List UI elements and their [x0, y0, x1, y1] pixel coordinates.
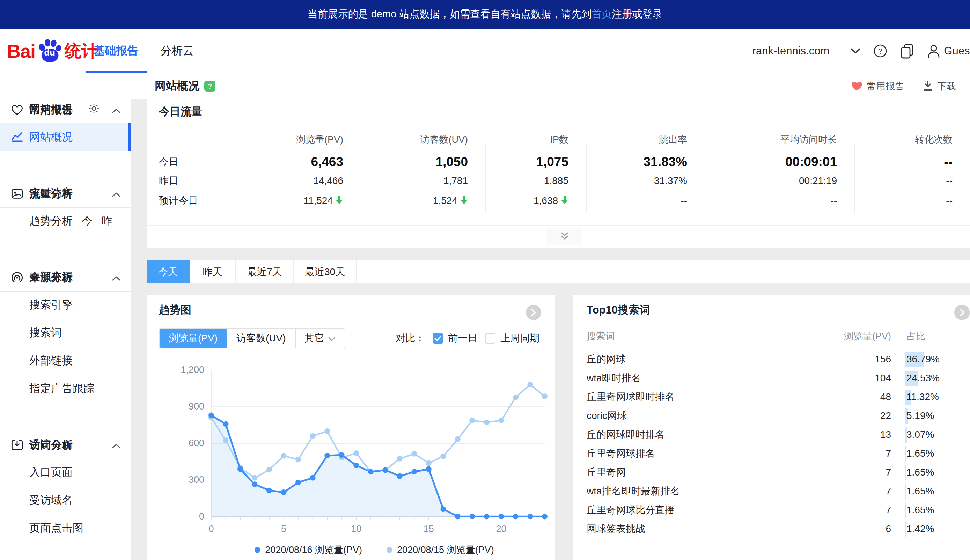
traffic-col-header-3: 跳出率: [586, 133, 705, 146]
sidebar-item-shortcut-1[interactable]: 昨: [102, 214, 112, 228]
share-value: 3.07%: [907, 429, 934, 440]
traffic-value: --: [586, 195, 705, 206]
traffic-value: 31.83%: [586, 155, 705, 169]
sidebar-item-3-1[interactable]: 入口页面: [0, 458, 131, 486]
trend-more-button[interactable]: [526, 305, 541, 320]
compare-option-1[interactable]: 上周同期: [485, 332, 540, 345]
top-search-row-6[interactable]: 丘里奇网71.65%: [573, 463, 970, 482]
x-axis-tick: 15: [423, 524, 434, 535]
metric-tab-2[interactable]: 其它: [296, 329, 345, 348]
traffic-value: --: [705, 195, 855, 206]
sidebar-item-3-3[interactable]: 页面点击图: [0, 514, 131, 542]
sidebar-item-3-0[interactable]: 受访页面: [0, 430, 131, 458]
down-arrow-icon: [333, 195, 343, 206]
demo-banner-text: 当前展示的是 demo 站点数据，如需查看自有站点数据，请先到: [308, 7, 592, 21]
top-search-row-9[interactable]: 网球签表挑战61.42%: [573, 520, 970, 538]
compare-option-0[interactable]: 前一日: [433, 332, 477, 345]
pv-value: 13: [831, 429, 891, 440]
keyword: 丘里奇网: [587, 466, 626, 479]
traffic-value: 14,466: [233, 175, 361, 187]
traffic-value: --: [855, 155, 970, 169]
collapse-button[interactable]: [547, 228, 582, 245]
range-tab-1[interactable]: 昨天: [190, 260, 236, 283]
traffic-row-2: 预计今日11,5241,5241,638------: [147, 192, 970, 210]
trend-card-title: 趋势图: [159, 303, 192, 317]
sidebar-item-1-0[interactable]: 实时访客: [0, 179, 131, 207]
share-value: 11.32%: [907, 392, 939, 403]
sidebar-item-shortcut-0[interactable]: 今: [82, 214, 93, 228]
top-search-row-5[interactable]: 丘里奇网球排名71.65%: [573, 444, 970, 463]
keyword: coric网球: [587, 409, 627, 422]
top-search-row-8[interactable]: 丘里奇网球比分直播71.65%: [573, 501, 970, 520]
top-search-row-2[interactable]: 丘里奇网球即时排名4811.32%: [573, 388, 970, 407]
metric-tab-1[interactable]: 访客数(UV): [227, 329, 296, 348]
range-tab-2[interactable]: 最近7天: [236, 260, 294, 283]
keyword: 丘里奇网球比分直播: [587, 503, 675, 517]
sidebar-item-2-2[interactable]: 搜索词: [0, 319, 131, 347]
legend-item-1[interactable]: 2020/08/15 浏览量(PV): [387, 543, 494, 556]
pv-value: 7: [831, 467, 891, 478]
sidebar-item-3-2[interactable]: 受访域名: [0, 486, 131, 514]
homepage-link[interactable]: 首页: [592, 7, 612, 21]
sidebar-item-0-0[interactable]: 网站概况: [0, 95, 131, 123]
logo-du: du: [44, 47, 55, 58]
sidebar-item-2-1[interactable]: 搜索引擎: [0, 291, 131, 319]
top-search-row-3[interactable]: coric网球225.19%: [573, 407, 970, 425]
nav-tab-0[interactable]: 基础报告: [85, 28, 147, 73]
site-picker[interactable]: rank-tennis.com: [752, 45, 861, 57]
top-search-row-7[interactable]: wta排名即时最新排名71.65%: [573, 482, 970, 501]
current-site: rank-tennis.com: [752, 45, 830, 57]
copy-icon[interactable]: [900, 43, 915, 58]
chart-legend: 2020/08/16 浏览量(PV)2020/08/15 浏览量(PV): [147, 543, 555, 556]
range-tab-3[interactable]: 最近30天: [294, 260, 357, 283]
top-search-row-0[interactable]: 丘的网球15636.79%: [573, 350, 970, 369]
sidebar-item-label: 搜索词: [29, 325, 62, 340]
user-menu[interactable]: Guest: [927, 44, 970, 58]
download-label: 下载: [937, 80, 956, 93]
sidebar-item-label: 实时访客: [29, 186, 73, 200]
pv-value: 6: [831, 523, 891, 535]
traffic-value: 1,050: [361, 155, 485, 169]
x-axis-tick: 20: [496, 524, 506, 535]
traffic-col-header-1: 访客数(UV): [361, 133, 485, 146]
legend-item-0[interactable]: 2020/08/16 浏览量(PV): [255, 543, 362, 556]
double-chevron-down-icon: [559, 231, 570, 242]
help-icon[interactable]: ?: [873, 44, 887, 58]
compare-label: 对比：: [396, 332, 425, 345]
checkbox-icon[interactable]: [433, 333, 443, 343]
metric-tab-0[interactable]: 浏览量(PV): [160, 329, 227, 348]
sidebar-divider: [0, 550, 131, 551]
sidebar-item-2-3[interactable]: 外部链接: [0, 347, 131, 375]
favorite-report-button[interactable]: 常用报告: [851, 80, 904, 93]
metric-tab-label: 访客数(UV): [237, 332, 286, 345]
sidebar-item-1-1[interactable]: 趋势分析今昨: [0, 207, 131, 235]
traffic-value: 1,781: [361, 175, 485, 187]
top-search-row-1[interactable]: wta即时排名10424.53%: [573, 369, 970, 388]
sidebar-item-0-1[interactable]: 网站概况: [0, 123, 131, 151]
nav-tab-1[interactable]: 分析云: [147, 28, 208, 73]
share-value: 1.42%: [907, 523, 934, 535]
download-button[interactable]: 下载: [923, 80, 956, 93]
y-axis-tick: 1,200: [155, 365, 204, 375]
keyword: wta排名即时最新排名: [587, 485, 680, 498]
share-value: 36.79%: [907, 354, 940, 365]
checkbox-icon[interactable]: [485, 333, 495, 343]
favorite-report-label: 常用报告: [867, 80, 904, 93]
page-header: 网站概况 ? 常用报告 下载: [131, 73, 970, 99]
traffic-row-0: 今日6,4631,0501,07531.83%00:09:01--: [147, 151, 970, 173]
traffic-row-label: 预计今日: [147, 194, 233, 207]
top-search-row-4[interactable]: 丘的网球即时排名133.07%: [573, 425, 970, 444]
top-search-more-button[interactable]: [954, 305, 970, 320]
today-traffic-title: 今日流量: [159, 104, 202, 119]
baidu-tongji-dashboard: 当前展示的是 demo 站点数据，如需查看自有站点数据，请先到首页注册或登录 B…: [0, 0, 970, 560]
sidebar-item-2-0[interactable]: 全部来源: [0, 263, 131, 291]
page-help-icon[interactable]: ?: [204, 81, 215, 92]
sidebar-item-label: 入口页面: [29, 465, 73, 480]
range-tab-0[interactable]: 今天: [147, 260, 190, 283]
sidebar-item-2-4[interactable]: 指定广告跟踪: [0, 375, 131, 403]
y-axis-tick: 600: [155, 438, 204, 448]
y-axis-tick: 300: [155, 475, 204, 485]
baidu-tongji-logo[interactable]: Bai du 统计: [7, 37, 98, 65]
keyword: 丘里奇网球排名: [587, 447, 655, 460]
traffic-value: 00:09:01: [705, 155, 855, 169]
